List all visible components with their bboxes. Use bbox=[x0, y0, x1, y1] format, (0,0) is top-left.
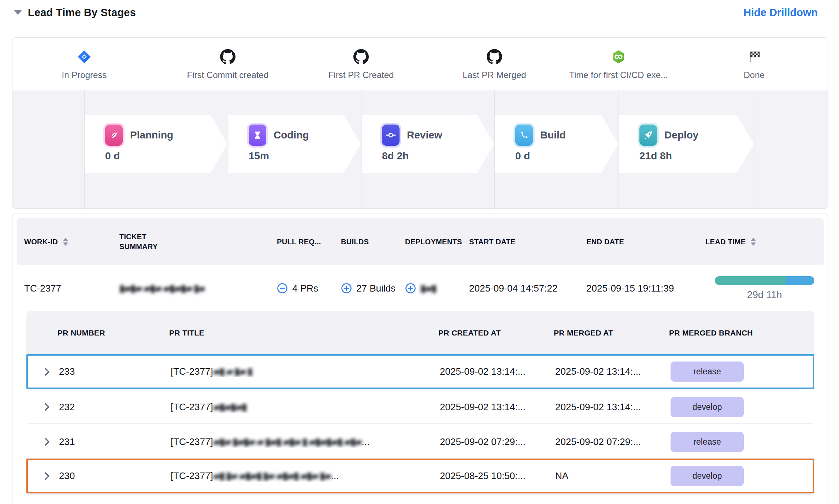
pr-row-230[interactable]: 230 [TC-2377]▰▮ ▮▰ ▰▮▰▮ ▮▰ ▰▮▰▮ ▰▮▰ ▮▰ .… bbox=[26, 459, 814, 493]
stage-chevron-zone: Planning 0 d Coding 15m bbox=[12, 90, 828, 208]
lead-time-drilldown-page: Lead Time By Stages Hide Drilldown In Pr… bbox=[0, 0, 839, 504]
milestone-cicd: Time for first CI/CD exe... bbox=[553, 48, 684, 80]
col-start-date: START DATE bbox=[469, 238, 586, 246]
ticket-summary-cell: ▮▰▮▰ ▰▮▰ ▰▮▰▮▰ ▮▰ bbox=[119, 283, 277, 294]
github-icon bbox=[295, 48, 427, 66]
stage-divider bbox=[619, 90, 619, 208]
github-icon bbox=[162, 48, 294, 66]
deployments-cell[interactable]: ▮▰▮ bbox=[405, 283, 469, 294]
lead-time-bar bbox=[715, 276, 814, 285]
finish-flag-icon bbox=[688, 48, 820, 66]
pr-created-cell: 2025-09-02 13:14:... bbox=[440, 366, 555, 377]
pr-branch-cell: develop bbox=[671, 397, 813, 417]
pull-requests-cell[interactable]: 4 PRs bbox=[277, 283, 341, 294]
commit-icon bbox=[382, 125, 400, 146]
pr-table: PR NUMBER PR TITLE PR CREATED AT PR MERG… bbox=[26, 311, 814, 493]
stage-divider bbox=[494, 90, 495, 208]
chevron-right-icon[interactable] bbox=[44, 471, 50, 481]
pr-title-cell: [TC-2377]▰▮ ▰ ▮▰ ▮ bbox=[171, 366, 440, 377]
col-pr-merged-at: PR MERGED AT bbox=[554, 327, 669, 338]
pr-title-cell: [TC-2377] ▰▮▰▮▰▮ bbox=[171, 401, 440, 413]
stage-divider bbox=[228, 90, 228, 208]
end-date-cell: 2025-09-15 19:11:39 bbox=[586, 283, 705, 294]
stage-divider bbox=[361, 90, 361, 208]
stage-card-review: Review 8d 2h bbox=[362, 115, 494, 173]
milestone-row: In Progress First Commit created First P… bbox=[12, 38, 828, 90]
pr-number-cell: 230 bbox=[59, 470, 171, 482]
pr-branch-cell: release bbox=[671, 432, 813, 452]
pr-title-cell: [TC-2377]▰▮ ▮▰ ▰▮▰▮ ▮▰ ▰▮▰▮ ▰▮▰ ▮▰ ... bbox=[171, 470, 440, 482]
milestone-in-progress: In Progress bbox=[18, 48, 150, 80]
planning-icon bbox=[105, 125, 123, 146]
collapse-caret-icon[interactable] bbox=[14, 10, 22, 15]
work-table-card: WORK-ID TICKET SUMMARY PULL REQ... BUILD… bbox=[12, 214, 828, 504]
pr-created-cell: 2025-08-25 10:50:... bbox=[440, 470, 555, 482]
col-end-date: END DATE bbox=[586, 238, 705, 246]
stage-divider bbox=[754, 90, 754, 208]
col-ticket-summary: TICKET SUMMARY bbox=[119, 232, 277, 252]
pr-number-cell: 233 bbox=[59, 366, 171, 377]
sort-icon[interactable] bbox=[63, 238, 68, 246]
expand-plus-icon[interactable] bbox=[341, 283, 352, 294]
pr-row-231[interactable]: 231 [TC-2377] ▰▮▰ ▮▰▮▰ ▰ ▮▰▮ ▰▮▰ ▮ ▰▮▰▮▰… bbox=[26, 424, 814, 459]
branch-badge: develop bbox=[671, 397, 744, 417]
branch-badge: develop bbox=[671, 466, 744, 486]
work-id-cell: TC-2377 bbox=[24, 283, 119, 294]
hide-drilldown-link[interactable]: Hide Drilldown bbox=[743, 7, 818, 19]
pr-row-232[interactable]: 232 [TC-2377] ▰▮▰▮▰▮ 2025-09-02 13:14:..… bbox=[26, 389, 814, 424]
pr-merged-cell: 2025-09-02 07:29:... bbox=[555, 436, 671, 448]
pr-branch-cell: develop bbox=[671, 466, 813, 486]
pr-number-cell: 232 bbox=[59, 401, 171, 413]
builds-cell[interactable]: 27 Builds bbox=[341, 283, 405, 294]
start-date-cell: 2025-09-04 14:57:22 bbox=[469, 283, 586, 294]
stages-panel: In Progress First Commit created First P… bbox=[12, 37, 828, 209]
lead-bar-blue-segment bbox=[786, 276, 814, 285]
pr-merged-cell: 2025-09-02 13:14:... bbox=[555, 366, 671, 377]
page-title: Lead Time By Stages bbox=[28, 7, 136, 19]
stage-card-planning: Planning 0 d bbox=[85, 115, 227, 173]
col-pr-number: PR NUMBER bbox=[57, 327, 169, 338]
branch-badge: release bbox=[671, 362, 744, 382]
top-bar: Lead Time By Stages Hide Drilldown bbox=[0, 0, 839, 21]
col-pr-merged-branch: PR MERGED BRANCH bbox=[669, 327, 814, 338]
stage-card-build: Build 0 d bbox=[495, 115, 618, 173]
github-icon bbox=[428, 48, 560, 66]
pr-row-233[interactable]: 233 [TC-2377]▰▮ ▰ ▮▰ ▮ 2025-09-02 13:14:… bbox=[26, 354, 814, 389]
hourglass-icon bbox=[249, 125, 266, 146]
pr-created-cell: 2025-09-02 13:14:... bbox=[440, 401, 555, 413]
pr-merged-cell: NA bbox=[555, 470, 671, 482]
milestone-done: Done bbox=[688, 48, 820, 80]
chevron-right-icon[interactable] bbox=[44, 437, 50, 446]
pr-number-cell: 231 bbox=[59, 436, 171, 448]
stage-card-deploy: Deploy 21d 8h bbox=[619, 115, 754, 173]
work-item-row: TC-2377 ▮▰▮▰ ▰▮▰ ▰▮▰▮▰ ▮▰ 4 PRs 27 Build… bbox=[17, 265, 824, 311]
col-work-id[interactable]: WORK-ID bbox=[24, 238, 119, 246]
lead-time-cell: 29d 11h bbox=[705, 276, 824, 301]
pr-created-cell: 2025-09-02 07:29:... bbox=[440, 436, 555, 448]
pr-merged-cell: 2025-09-02 13:14:... bbox=[555, 401, 671, 413]
pr-table-header: PR NUMBER PR TITLE PR CREATED AT PR MERG… bbox=[26, 311, 814, 354]
lead-time-value: 29d 11h bbox=[747, 289, 782, 301]
milestone-first-commit: First Commit created bbox=[162, 48, 294, 80]
col-pr-created-at: PR CREATED AT bbox=[438, 327, 554, 338]
collapse-minus-icon[interactable] bbox=[277, 283, 288, 294]
cicd-icon bbox=[553, 48, 684, 66]
jira-diamond-icon bbox=[18, 48, 150, 66]
chevron-right-icon[interactable] bbox=[44, 367, 50, 377]
col-lead-time[interactable]: LEAD TIME bbox=[705, 238, 824, 246]
col-deployments: DEPLOYMENTS bbox=[405, 238, 469, 246]
pr-title-cell: [TC-2377] ▰▮▰ ▮▰▮▰ ▰ ▮▰▮ ▰▮▰ ▮ ▰▮▰▮▰▮ ▰▮… bbox=[171, 436, 440, 448]
branch-icon bbox=[515, 125, 533, 146]
chevron-right-icon[interactable] bbox=[44, 402, 50, 412]
col-builds: BUILDS bbox=[341, 238, 405, 246]
branch-badge: release bbox=[671, 432, 744, 452]
work-table-header: WORK-ID TICKET SUMMARY PULL REQ... BUILD… bbox=[17, 218, 824, 265]
stage-card-coding: Coding 15m bbox=[229, 115, 361, 173]
col-pr-title: PR TITLE bbox=[169, 327, 438, 338]
stage-divider bbox=[84, 90, 85, 208]
sort-icon[interactable] bbox=[751, 238, 756, 246]
col-pull-requests: PULL REQ... bbox=[277, 238, 341, 246]
pr-branch-cell: release bbox=[671, 362, 813, 382]
expand-plus-icon[interactable] bbox=[405, 283, 416, 294]
milestone-last-pr-merged: Last PR Merged bbox=[428, 48, 560, 80]
